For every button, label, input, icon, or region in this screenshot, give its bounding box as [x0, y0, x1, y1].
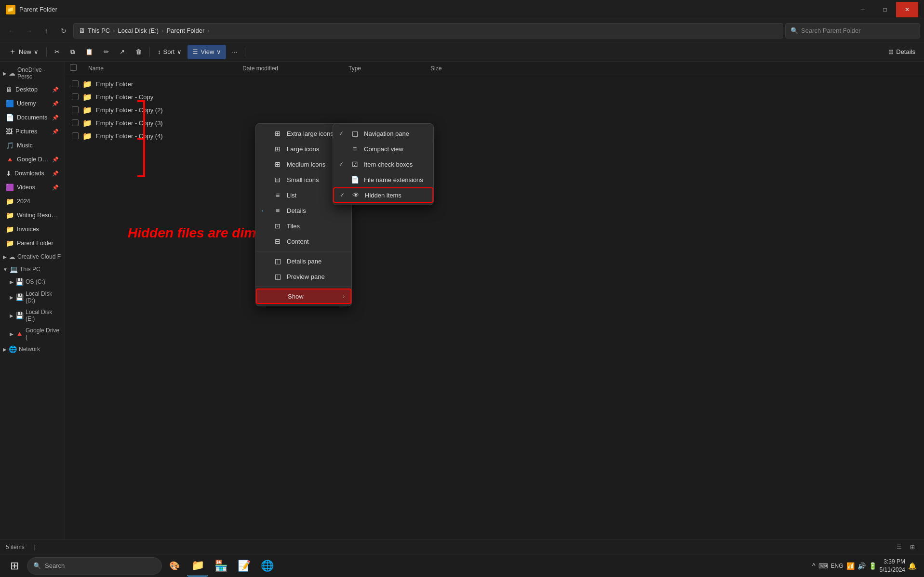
file-checkbox-3[interactable] — [72, 106, 79, 113]
show-file-name-extensions[interactable]: 📄 File name extensions — [333, 172, 433, 187]
show-hidden-items[interactable]: ✓ 👁 Hidden items — [333, 187, 433, 203]
details-button[interactable]: ⊟ Details — [884, 45, 920, 59]
sidebar-group-local-e[interactable]: ▶ 💾 Local Disk (E:) — [0, 307, 65, 324]
taskbar-search-icon: 🔍 — [33, 562, 41, 569]
view-button[interactable]: ☰ View ∨ — [187, 45, 226, 59]
taskbar: ⊞ 🔍 Search 🎨 📁 🏪 📝 🌐 ^ ⌨ ENG 📶 🔊 🔋 3:39 … — [0, 554, 924, 577]
close-button[interactable]: ✕ — [896, 2, 918, 17]
refresh-button[interactable]: ↻ — [56, 23, 71, 39]
check-item-boxes: ✓ — [339, 161, 346, 168]
sidebar-item-pictures[interactable]: 🖼 Pictures 📌 — [2, 125, 63, 138]
sidebar-group-creative[interactable]: ▶ ☁ Creative Cloud F — [0, 251, 65, 262]
view-toggle-list[interactable]: ☰ — [893, 541, 905, 553]
file-row[interactable]: 📁 Empty Folder - Copy — [67, 91, 922, 103]
file-row[interactable]: 📁 Empty Folder - Copy (3) — [67, 117, 922, 129]
sidebar-item-invoices[interactable]: 📁 Invoices — [2, 223, 63, 236]
taskbar-right-area: ^ ⌨ ENG 📶 🔊 🔋 3:39 PM 5/11/2024 🔔 — [812, 558, 920, 574]
more-button[interactable]: ··· — [227, 45, 242, 59]
column-name[interactable]: Name — [88, 65, 233, 72]
search-bar[interactable]: 🔍 Search Parent Folder — [785, 23, 920, 39]
file-checkbox-4[interactable] — [72, 119, 79, 126]
address-parent-folder: Parent Folder — [166, 27, 204, 34]
sidebar-item-2024[interactable]: 📁 2024 — [2, 195, 63, 208]
maximize-button[interactable]: □ — [874, 2, 896, 17]
taskbar-app-store[interactable]: 🏪 — [210, 555, 231, 577]
wifi-icon[interactable]: 📶 — [846, 562, 855, 570]
sidebar-item-parent-folder[interactable]: 📁 Parent Folder — [2, 236, 63, 250]
sidebar-item-udemy[interactable]: 🟦 Udemy 📌 — [2, 97, 63, 110]
view-toggle-grid[interactable]: ⊞ — [907, 541, 918, 553]
view-tiles[interactable]: ⊡ Tiles — [256, 218, 351, 234]
taskbar-app-notes[interactable]: 📝 — [233, 555, 254, 577]
taskbar-clock[interactable]: 3:39 PM 5/11/2024 — [880, 558, 905, 574]
documents-icon: 📄 — [6, 114, 14, 121]
delete-button[interactable]: 🗑 — [131, 45, 147, 59]
keyboard-icon[interactable]: ⌨ — [818, 562, 828, 570]
copy-button[interactable]: ⧉ — [66, 45, 80, 59]
file-row[interactable]: 📁 Empty Folder - Copy (4) — [67, 130, 922, 142]
battery-icon[interactable]: 🔋 — [869, 562, 877, 570]
back-button[interactable]: ← — [4, 23, 19, 39]
sidebar-item-documents[interactable]: 📄 Documents 📌 — [2, 111, 63, 124]
taskbar-app-explorer[interactable]: 🎨 — [164, 555, 185, 577]
sidebar-item-google-drive[interactable]: 🔺 Google Drive 📌 — [2, 153, 63, 166]
new-button[interactable]: ＋ New ∨ — [4, 45, 43, 59]
sidebar-group-this-pc[interactable]: ▼ 💻 This PC — [0, 263, 65, 275]
forward-button[interactable]: → — [21, 23, 37, 39]
column-date[interactable]: Date modified — [242, 65, 339, 72]
view-details-pane[interactable]: ◫ Details pane — [256, 253, 351, 269]
rename-button[interactable]: ✏ — [99, 45, 114, 59]
system-tray-chevron[interactable]: ^ — [812, 562, 816, 570]
file-row[interactable]: 📁 Empty Folder — [67, 78, 922, 90]
column-header-row: Name Date modified Type Size — [65, 62, 924, 75]
sort-dropdown-icon: ∨ — [177, 48, 182, 55]
item-check-boxes-icon: ☑ — [350, 160, 359, 168]
google-drive-icon: 🔺 — [6, 156, 14, 163]
taskbar-search[interactable]: 🔍 Search — [27, 557, 162, 575]
sidebar-group-google-drive[interactable]: ▶ 🔺 Google Drive ( — [0, 325, 65, 342]
file-checkbox-2[interactable] — [72, 93, 79, 100]
taskbar-app-chrome[interactable]: 🌐 — [256, 555, 278, 577]
sidebar-item-music[interactable]: 🎵 Music — [2, 139, 63, 152]
show-item-check-boxes[interactable]: ✓ ☑ Item check boxes — [333, 157, 433, 172]
view-content[interactable]: ⊟ Content — [256, 234, 351, 249]
file-checkbox-5[interactable] — [72, 132, 79, 139]
show-compact-view[interactable]: ≡ Compact view — [333, 141, 433, 157]
paste-button[interactable]: 📋 — [80, 45, 98, 59]
file-row[interactable]: 📁 Empty Folder - Copy (2) — [67, 104, 922, 116]
toolbar-separator-2 — [149, 47, 150, 57]
address-bar[interactable]: 🖥 This PC › Local Disk (E:) › Parent Fol… — [73, 23, 783, 39]
volume-icon[interactable]: 🔊 — [857, 562, 866, 570]
view-dropdown-icon: ∨ — [216, 48, 221, 55]
sidebar-item-desktop[interactable]: 🖥 Desktop 📌 — [2, 83, 63, 96]
sidebar-item-downloads[interactable]: ⬇ Downloads 📌 — [2, 167, 63, 180]
show-navigation-pane[interactable]: ✓ ◫ Navigation pane — [333, 126, 433, 141]
view-preview-pane[interactable]: ◫ Preview pane — [256, 269, 351, 284]
file-checkbox-1[interactable] — [72, 80, 79, 87]
onedrive-icon: ☁ — [9, 69, 15, 77]
address-this-pc: This PC — [88, 27, 110, 34]
column-type[interactable]: Type — [348, 65, 421, 72]
taskbar-app-file-explorer[interactable]: 📁 — [187, 555, 208, 577]
sort-button[interactable]: ↕ Sort ∨ — [153, 45, 187, 59]
sidebar-group-network[interactable]: ▶ 🌐 Network — [0, 343, 65, 355]
sidebar-onedrive-header[interactable]: ▶ ☁ OneDrive - Persc — [0, 65, 65, 82]
view-show[interactable]: Show › — [256, 288, 351, 304]
start-button[interactable]: ⊞ — [4, 555, 25, 577]
share-button[interactable]: ↗ — [115, 45, 130, 59]
cut-button[interactable]: ✂ — [50, 45, 65, 59]
up-button[interactable]: ↑ — [39, 23, 54, 39]
notifications-icon[interactable]: 🔔 — [908, 562, 916, 570]
sidebar-item-writing-resume[interactable]: 📁 Writing Resume — [2, 209, 63, 222]
sidebar-group-os-c[interactable]: ▶ 💾 OS (C:) — [0, 276, 65, 288]
sidebar-group-local-d[interactable]: ▶ 💾 Local Disk (D:) — [0, 288, 65, 306]
minimize-button[interactable]: ─ — [852, 2, 874, 17]
sidebar-item-videos[interactable]: 🟪 Videos 📌 — [2, 181, 63, 194]
content-area: Name Date modified Type Size 📁 Empty Fol… — [65, 62, 924, 539]
show-arrow-icon: › — [343, 293, 345, 299]
column-size[interactable]: Size — [430, 65, 479, 72]
show-submenu: ✓ ◫ Navigation pane ≡ Compact view ✓ ☑ I… — [333, 123, 434, 205]
select-all-checkbox[interactable] — [70, 64, 77, 71]
onedrive-label: OneDrive - Persc — [17, 66, 62, 80]
local-d-icon: 💾 — [15, 293, 24, 301]
